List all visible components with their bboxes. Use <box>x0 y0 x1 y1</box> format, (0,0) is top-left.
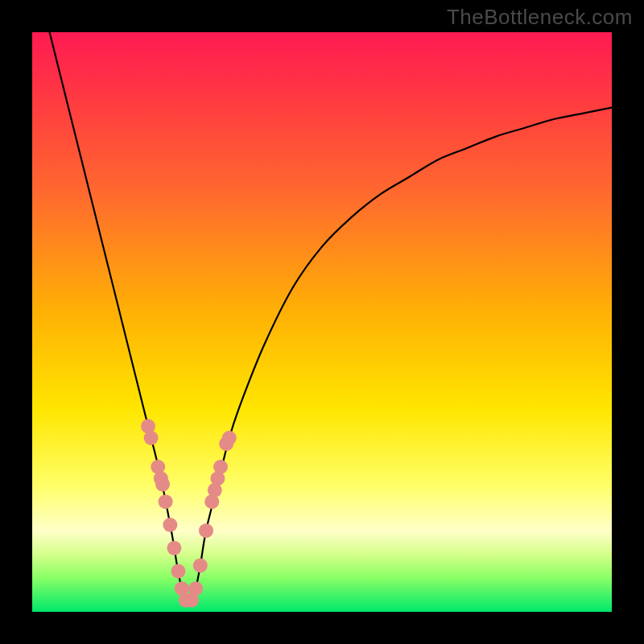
marker-dot <box>155 477 170 492</box>
highlight-dots <box>141 419 237 608</box>
marker-dot <box>188 581 203 596</box>
watermark-text: TheBottleneck.com <box>447 5 633 30</box>
bottleneck-curve <box>50 32 612 606</box>
marker-dot <box>171 564 185 579</box>
marker-dot <box>159 494 173 509</box>
chart-frame: TheBottleneck.com <box>0 0 644 644</box>
marker-dot <box>199 523 213 538</box>
marker-dot <box>144 431 159 445</box>
marker-dot <box>193 558 208 572</box>
marker-dot <box>163 518 177 532</box>
plot-area <box>32 32 612 612</box>
marker-dot <box>222 431 237 445</box>
marker-dot <box>167 541 181 555</box>
marker-dot <box>213 460 228 474</box>
curve-svg <box>32 32 612 612</box>
